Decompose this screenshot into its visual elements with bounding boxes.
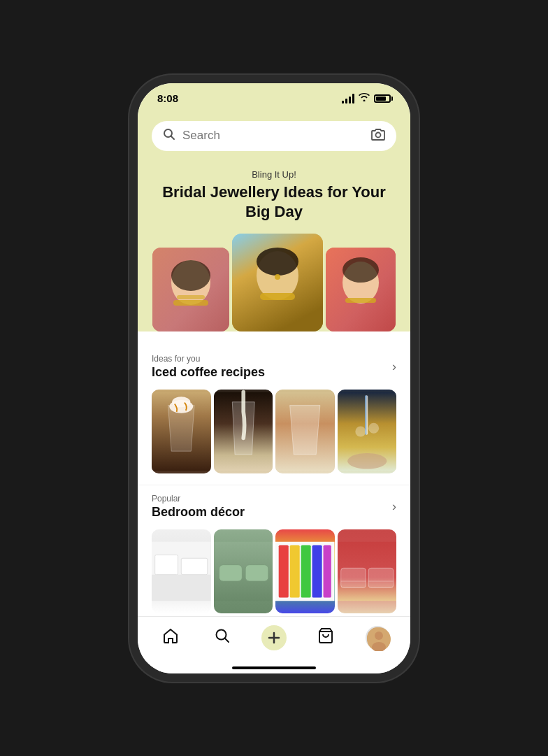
battery-icon — [374, 94, 391, 103]
search-area — [138, 114, 410, 162]
search-bar[interactable] — [152, 121, 396, 151]
wifi-icon — [359, 93, 370, 104]
svg-point-11 — [275, 274, 280, 280]
svg-rect-39 — [312, 545, 322, 597]
svg-rect-43 — [368, 568, 394, 587]
svg-rect-7 — [177, 295, 205, 299]
content-section: Ideas for you Iced coffee recipes › — [138, 331, 410, 625]
status-bar: 8:08 — [138, 83, 410, 114]
profile-avatar[interactable] — [366, 626, 389, 650]
status-icons — [342, 93, 391, 104]
search-input[interactable] — [182, 129, 364, 143]
coffee-card-3[interactable] — [275, 390, 335, 473]
hero-image-right[interactable] — [326, 248, 396, 331]
add-button[interactable] — [261, 625, 287, 650]
ideas-chevron-icon[interactable]: › — [392, 359, 396, 374]
svg-point-10 — [257, 248, 298, 276]
hero-section: Bling It Up! Bridal Jewellery Ideas for … — [138, 162, 410, 331]
popular-chevron-icon[interactable]: › — [392, 499, 396, 514]
hero-images — [152, 234, 396, 331]
nav-profile[interactable] — [352, 620, 403, 655]
phone-frame: 8:08 — [138, 83, 410, 673]
nav-home[interactable] — [145, 620, 196, 655]
hero-title: Bridal Jewellery Ideas for Your Big Day — [152, 183, 396, 222]
svg-rect-30 — [155, 555, 178, 574]
svg-rect-24 — [365, 395, 366, 434]
svg-point-19 — [172, 397, 190, 407]
popular-title: Bedroom décor — [152, 505, 245, 520]
bag-icon — [317, 627, 334, 648]
svg-line-1 — [171, 136, 175, 139]
search-nav-icon — [214, 627, 231, 648]
ideas-section-header: Ideas for you Iced coffee recipes › — [138, 354, 410, 380]
nav-search[interactable] — [196, 620, 248, 655]
bedroom-card-2[interactable] — [214, 529, 273, 613]
bedroom-card-4[interactable] — [338, 529, 397, 613]
coffee-card-2[interactable] — [214, 390, 273, 473]
svg-point-15 — [342, 257, 379, 283]
svg-rect-6 — [173, 300, 208, 306]
svg-point-25 — [355, 426, 366, 436]
search-icon — [163, 128, 175, 144]
svg-rect-37 — [290, 545, 300, 597]
coffee-card-1[interactable] — [152, 390, 211, 473]
svg-rect-40 — [324, 545, 331, 597]
nav-bag[interactable] — [300, 620, 352, 655]
coffee-card-4[interactable] — [338, 390, 397, 473]
svg-rect-33 — [219, 564, 242, 580]
bedroom-cards-row — [138, 522, 410, 625]
svg-point-52 — [375, 632, 383, 640]
svg-point-27 — [347, 453, 387, 469]
home-icon — [162, 627, 179, 648]
svg-rect-34 — [245, 564, 268, 580]
status-time: 8:08 — [157, 92, 178, 104]
hero-image-left[interactable] — [152, 248, 229, 331]
bottom-nav — [138, 616, 410, 673]
svg-point-5 — [171, 260, 210, 291]
svg-rect-31 — [181, 558, 208, 574]
svg-rect-16 — [345, 298, 376, 303]
hero-subtitle: Bling It Up! — [152, 169, 396, 180]
svg-rect-12 — [260, 293, 295, 300]
home-indicator — [232, 666, 316, 669]
svg-rect-29 — [152, 574, 211, 601]
bedroom-card-3[interactable] — [275, 529, 335, 613]
svg-line-47 — [225, 639, 229, 643]
camera-icon[interactable] — [371, 128, 385, 144]
svg-point-26 — [368, 422, 379, 433]
popular-section-header: Popular Bedroom décor › — [138, 494, 410, 520]
coffee-cards-row — [138, 383, 410, 485]
svg-point-2 — [376, 132, 381, 137]
hero-image-center[interactable] — [232, 234, 323, 331]
bedroom-card-1[interactable] — [152, 529, 211, 613]
ideas-label: Ideas for you — [152, 354, 265, 364]
svg-rect-42 — [340, 568, 366, 587]
popular-label: Popular — [152, 494, 245, 504]
signal-bars-icon — [342, 94, 354, 104]
svg-rect-38 — [301, 545, 311, 597]
svg-rect-36 — [279, 545, 289, 597]
ideas-title: Iced coffee recipes — [152, 365, 265, 380]
nav-add[interactable] — [248, 620, 300, 655]
